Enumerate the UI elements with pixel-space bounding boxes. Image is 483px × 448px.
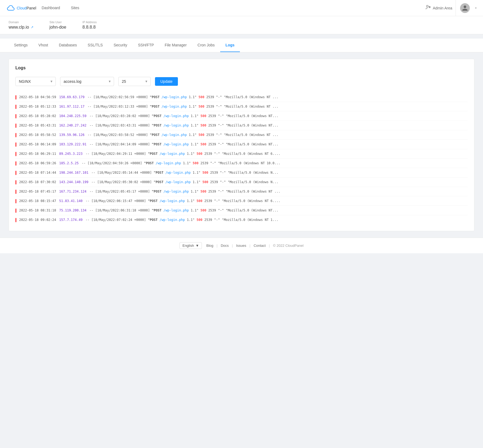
log-status: 500 bbox=[196, 218, 202, 222]
log-entry: 2022-05-18 08:31:18 75.119.200.134 -- [1… bbox=[15, 206, 468, 215]
log-method: "POST bbox=[150, 133, 161, 137]
log-bracket: -- [18/May/2022:05:14:44 +0000] bbox=[91, 171, 154, 175]
log-path: /wp-login.php bbox=[160, 199, 185, 203]
log-entry: 2022-05-18 07:30:02 143.244.140.199 -- [… bbox=[15, 177, 468, 187]
log-rest: 1.1" bbox=[187, 218, 196, 222]
log-error-indicator bbox=[15, 95, 16, 100]
log-timestamp: 2022-05-18 09:02:24 bbox=[19, 218, 56, 222]
admin-area-button[interactable]: Admin Area bbox=[422, 0, 456, 16]
log-ip: 103.129.222.91 bbox=[59, 142, 88, 146]
log-timestamp: 2022-05-18 07:14:44 bbox=[19, 171, 56, 175]
log-status: 500 bbox=[199, 133, 205, 137]
log-rest: 1.1" bbox=[191, 208, 201, 212]
external-link-icon[interactable]: ↗ bbox=[31, 25, 33, 29]
main-nav: Dashboard Sites bbox=[36, 0, 422, 16]
log-error-indicator bbox=[15, 171, 16, 175]
tab-ssl-tls[interactable]: SSL/TLS bbox=[82, 39, 108, 52]
tab-vhost[interactable]: Vhost bbox=[33, 39, 54, 52]
log-error-indicator bbox=[15, 180, 16, 184]
log-method: "POST bbox=[152, 114, 163, 118]
log-text: 2022-05-18 09:02:24 157.7.174.49 -- [18/… bbox=[19, 217, 468, 222]
log-path: /wp-login.php bbox=[163, 124, 189, 127]
log-path: /wp-login.php bbox=[163, 190, 189, 193]
log-entry: 2022-05-18 05:43:31 162.240.27.242 -- [1… bbox=[15, 121, 468, 130]
log-method: "POST bbox=[152, 142, 163, 146]
log-status: 500 bbox=[202, 171, 208, 175]
log-status: 500 bbox=[201, 114, 206, 118]
log-method: "POST bbox=[148, 152, 160, 156]
log-ip: 185.2.5.25 bbox=[59, 161, 81, 165]
log-rest: 1.1" bbox=[191, 124, 201, 127]
update-button[interactable]: Update bbox=[155, 77, 178, 86]
log-timestamp: 2022-05-18 06:14:09 bbox=[19, 142, 56, 146]
tab-logs[interactable]: Logs bbox=[220, 39, 240, 52]
log-rest: 1.1" bbox=[189, 105, 198, 108]
tab-databases[interactable]: Databases bbox=[53, 39, 82, 52]
log-rest: 1.1" bbox=[191, 190, 201, 193]
file-select[interactable]: access.log error.log bbox=[60, 77, 114, 86]
log-bracket: -- [18/May/2022:06:15:47 +0000] bbox=[85, 199, 148, 203]
log-path: /wp-login.php bbox=[163, 114, 189, 118]
log-timestamp: 2022-05-18 07:30:02 bbox=[19, 180, 56, 184]
log-method: "POST bbox=[150, 95, 161, 99]
log-entry: 2022-05-18 05:58:52 139.59.96.126 -- [18… bbox=[15, 130, 468, 140]
log-status: 500 bbox=[201, 190, 206, 193]
tab-file-manager[interactable]: File Manager bbox=[159, 39, 192, 52]
lines-select[interactable]: 25 50 100 200 bbox=[118, 77, 151, 86]
domain-group: Domain www.clp.io ↗ bbox=[9, 20, 33, 30]
log-bracket: -- [18/May/2022:03:43:31 +0000] bbox=[89, 124, 152, 127]
log-rest: 1.1" bbox=[191, 142, 201, 146]
log-ip: 162.240.27.242 bbox=[59, 124, 88, 127]
log-ip: 75.119.200.134 bbox=[59, 208, 88, 212]
site-user-label: Site User bbox=[50, 20, 66, 24]
tab-security[interactable]: Security bbox=[108, 39, 133, 52]
language-selector[interactable]: English ▼ bbox=[180, 242, 202, 249]
log-path: /wp-login.php bbox=[161, 133, 187, 137]
ip-group: IP Address 8.8.8.8 bbox=[82, 20, 97, 30]
log-bracket: -- [18/May/2022:05:30:02 +0000] bbox=[91, 180, 154, 184]
footer-copyright: © 2022 CloudPanel bbox=[273, 244, 303, 248]
log-error-indicator bbox=[15, 133, 16, 137]
user-chevron[interactable]: ▾ bbox=[475, 6, 477, 9]
log-timestamp: 2022-05-18 07:45:17 bbox=[19, 190, 56, 193]
log-timestamp: 2022-05-18 05:28:02 bbox=[19, 114, 56, 118]
log-entry: 2022-05-18 04:56:59 158.69.63.179 -- [18… bbox=[15, 93, 468, 102]
log-text: 2022-05-18 06:59:26 185.2.5.25 -- [18/Ma… bbox=[19, 161, 468, 166]
tab-cron-jobs[interactable]: Cron Jobs bbox=[192, 39, 220, 52]
log-error-indicator bbox=[15, 161, 16, 166]
log-status: 500 bbox=[196, 152, 202, 156]
user-avatar[interactable] bbox=[460, 3, 470, 13]
nav-dashboard[interactable]: Dashboard bbox=[36, 0, 65, 16]
log-entry: 2022-05-18 09:02:24 157.7.174.49 -- [18/… bbox=[15, 215, 468, 224]
log-ip: 158.69.63.179 bbox=[59, 95, 87, 99]
log-entry: 2022-05-18 05:28:02 104.248.225.59 -- [1… bbox=[15, 111, 468, 121]
log-status: 500 bbox=[201, 124, 206, 127]
log-text: 2022-05-18 07:30:02 143.244.140.199 -- [… bbox=[19, 180, 468, 184]
footer-contact-link[interactable]: Contact bbox=[254, 244, 266, 248]
footer-links: Blog | Docs | Issues | Contact | © 2022 … bbox=[206, 244, 303, 248]
log-error-indicator bbox=[15, 218, 16, 222]
footer-blog-link[interactable]: Blog bbox=[206, 244, 213, 248]
tab-settings[interactable]: Settings bbox=[9, 39, 33, 52]
log-error-indicator bbox=[15, 199, 16, 203]
log-rest: 1.1" bbox=[189, 95, 198, 99]
log-timestamp: 2022-05-18 05:12:33 bbox=[19, 105, 56, 108]
file-select-wrapper: access.log error.log ▼ bbox=[60, 77, 114, 86]
log-status: 500 bbox=[201, 142, 206, 146]
log-size: 2539 "-" "Mozilla/5.0 (Windows NT ... bbox=[206, 105, 278, 108]
header-right: Admin Area ▾ bbox=[422, 0, 477, 16]
log-path: /wp-login.php bbox=[161, 105, 187, 108]
log-rest: 1.1" bbox=[193, 171, 202, 175]
footer-docs-link[interactable]: Docs bbox=[221, 244, 229, 248]
info-bar: Domain www.clp.io ↗ Site User john-doe I… bbox=[0, 16, 483, 34]
ip-value: 8.8.8.8 bbox=[82, 25, 97, 30]
footer-issues-link[interactable]: Issues bbox=[236, 244, 246, 248]
logo[interactable]: CloudPanel bbox=[6, 4, 36, 12]
server-select[interactable]: NGINX Apache PHP bbox=[15, 77, 56, 86]
log-text: 2022-05-18 06:14:09 103.129.222.91 -- [1… bbox=[19, 142, 468, 147]
tab-ssh-ftp[interactable]: SSH/FTP bbox=[133, 39, 159, 52]
log-timestamp: 2022-05-18 08:15:47 bbox=[19, 199, 56, 203]
log-status: 500 bbox=[202, 180, 208, 184]
nav-sites[interactable]: Sites bbox=[65, 0, 85, 16]
log-method: "POST bbox=[148, 218, 160, 222]
